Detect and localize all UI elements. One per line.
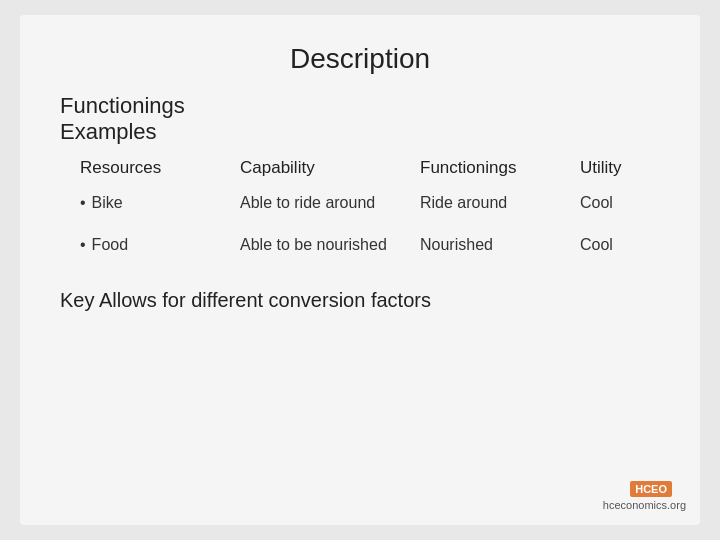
slide: Description Functionings Examples Resour… <box>20 15 700 525</box>
col-header-resources: Resources <box>80 158 240 178</box>
badge-label: HCEO <box>630 481 672 497</box>
utility-bike: Cool <box>580 194 680 212</box>
section-headings: Functionings Examples <box>60 93 660 146</box>
capability-bike: Able to ride around <box>240 192 420 214</box>
table-row: • Bike Able to ride around Ride around C… <box>80 182 660 224</box>
heading-functionings: Functionings <box>60 93 660 119</box>
bullet-icon: • <box>80 194 86 212</box>
table-header-row: Resources Capability Functionings Utilit… <box>80 154 660 182</box>
content-table: Resources Capability Functionings Utilit… <box>60 154 660 267</box>
functioning-food: Nourished <box>420 234 580 256</box>
resource-food: • Food <box>80 236 240 254</box>
col-header-capability: Capability <box>240 158 420 178</box>
functioning-bike: Ride around <box>420 192 580 214</box>
capability-food: Able to be nourished <box>240 234 420 256</box>
table-row: • Food Able to be nourished Nourished Co… <box>80 224 660 266</box>
heading-examples: Examples <box>60 119 660 145</box>
key-text: Key Allows for different conversion fact… <box>60 289 660 312</box>
col-header-functionings: Functionings <box>420 158 580 178</box>
slide-title: Description <box>60 43 660 75</box>
utility-food: Cool <box>580 236 680 254</box>
col-header-utility: Utility <box>580 158 680 178</box>
badge-container: HCEO hceconomics.org <box>603 499 686 511</box>
resource-bike: • Bike <box>80 194 240 212</box>
badge-site: hceconomics.org <box>603 499 686 511</box>
bullet-icon: • <box>80 236 86 254</box>
